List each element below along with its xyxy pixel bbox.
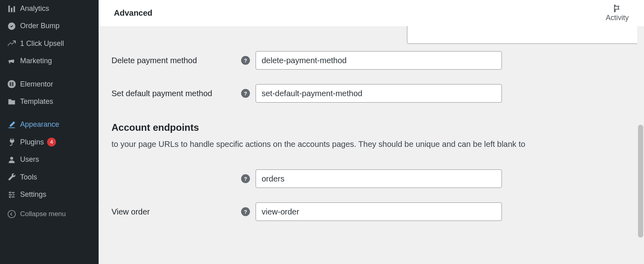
- sidebar-item-marketing[interactable]: Marketing: [0, 52, 99, 70]
- svg-point-6: [10, 157, 13, 159]
- sidebar-label: Appearance: [20, 120, 59, 129]
- sidebar-label: 1 Click Upsell: [20, 39, 64, 48]
- sidebar-item-analytics[interactable]: Analytics: [0, 0, 99, 17]
- svg-rect-4: [12, 84, 14, 85]
- svg-rect-3: [12, 82, 14, 83]
- sidebar-item-settings[interactable]: Settings: [0, 186, 99, 203]
- check-circle-icon: [6, 22, 18, 31]
- activity-button[interactable]: Activity: [606, 4, 629, 22]
- sidebar-item-upsell[interactable]: 1 Click Upsell: [0, 35, 99, 52]
- help-icon[interactable]: ?: [241, 56, 250, 65]
- update-badge: 4: [47, 138, 56, 146]
- sidebar-label: Plugins: [20, 138, 44, 147]
- section-heading-account-endpoints: Account endpoints: [99, 110, 644, 136]
- sidebar-separator: [0, 70, 99, 76]
- collapse-icon: [6, 210, 18, 219]
- sidebar-item-collapse[interactable]: Collapse menu: [0, 206, 99, 223]
- tab-advanced[interactable]: Advanced: [114, 8, 153, 18]
- admin-sidebar: Analytics Order Bump 1 Click Upsell Mark…: [0, 0, 99, 264]
- row-delete-payment-method: Delete payment method ?: [99, 44, 644, 77]
- user-icon: [6, 155, 18, 164]
- upsell-icon: [6, 39, 18, 48]
- settings-header-bar: Advanced Activity: [99, 0, 644, 26]
- sidebar-separator: [0, 110, 99, 116]
- sidebar-label: Collapse menu: [20, 210, 66, 219]
- sidebar-item-appearance[interactable]: Appearance: [0, 116, 99, 133]
- sidebar-label: Marketing: [20, 56, 52, 66]
- sidebar-label: Users: [20, 155, 39, 164]
- brush-icon: [6, 120, 18, 129]
- field-label: Delete payment method: [111, 56, 241, 65]
- prev-field-row: [99, 29, 644, 44]
- scrollbar-thumb[interactable]: [638, 125, 643, 237]
- field-label: Set default payment method: [111, 89, 241, 98]
- sidebar-label: Elementor: [20, 80, 53, 89]
- folder-icon: [6, 97, 18, 106]
- sidebar-item-users[interactable]: Users: [0, 151, 99, 168]
- help-icon[interactable]: ?: [241, 207, 250, 216]
- sidebar-label: Analytics: [20, 4, 49, 13]
- flag-icon: [613, 4, 621, 13]
- orders-input[interactable]: [256, 169, 502, 188]
- sidebar-item-order-bump[interactable]: Order Bump: [0, 17, 99, 35]
- elementor-icon: [6, 80, 18, 89]
- vertical-scrollbar[interactable]: [637, 26, 644, 264]
- svg-rect-2: [10, 82, 11, 86]
- delete-payment-method-input[interactable]: [256, 51, 502, 70]
- row-orders: ?: [99, 159, 644, 195]
- svg-rect-5: [12, 85, 14, 86]
- chart-bar-icon: [6, 4, 18, 13]
- field-label: View order: [111, 207, 241, 217]
- sidebar-item-plugins[interactable]: Plugins 4: [0, 134, 99, 151]
- sidebar-label: Tools: [20, 173, 37, 182]
- megaphone-icon: [6, 57, 18, 66]
- row-set-default-payment-method: Set default payment method ?: [99, 77, 644, 110]
- help-icon[interactable]: ?: [241, 89, 250, 98]
- sidebar-item-tools[interactable]: Tools: [0, 169, 99, 186]
- sidebar-label: Templates: [20, 97, 53, 106]
- activity-label: Activity: [606, 14, 629, 22]
- sidebar-label: Settings: [20, 190, 46, 199]
- settings-content: Delete payment method ? Set default paym…: [99, 26, 644, 264]
- sliders-icon: [6, 190, 18, 199]
- set-default-payment-method-input[interactable]: [256, 84, 502, 103]
- plug-icon: [6, 138, 18, 146]
- previous-text-input-partial[interactable]: [407, 26, 644, 44]
- section-description: to your page URLs to handle specific act…: [99, 136, 644, 159]
- svg-point-7: [8, 210, 15, 218]
- sidebar-label: Order Bump: [20, 21, 60, 31]
- view-order-input[interactable]: [256, 202, 502, 221]
- wrench-icon: [6, 173, 18, 182]
- row-view-order: View order ?: [99, 195, 644, 228]
- help-icon[interactable]: ?: [241, 174, 250, 183]
- sidebar-item-templates[interactable]: Templates: [0, 93, 99, 110]
- sidebar-item-elementor[interactable]: Elementor: [0, 76, 99, 93]
